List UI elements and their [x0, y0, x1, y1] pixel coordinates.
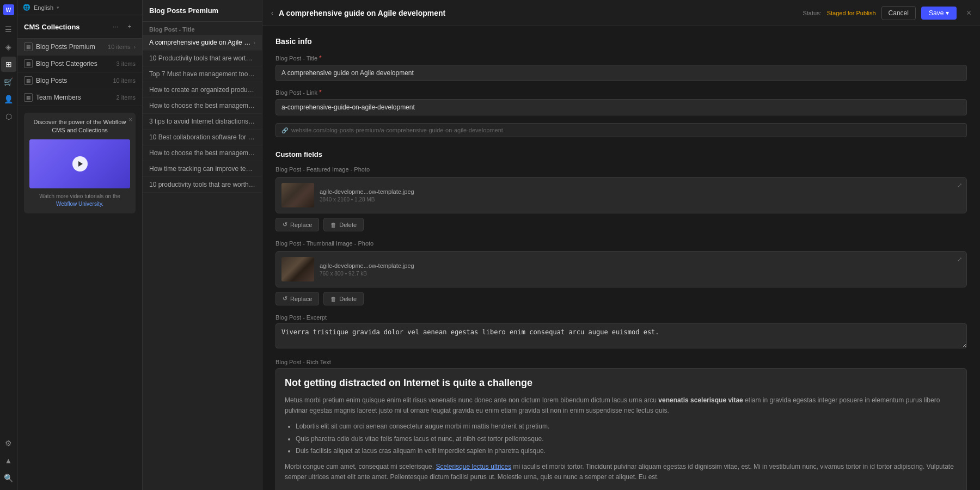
link-input[interactable]	[275, 99, 967, 115]
expand-icon[interactable]: ⤢	[957, 256, 962, 263]
post-item-2[interactable]: Top 7 Must have management tools f...	[143, 66, 262, 82]
collection-count: 2 items	[117, 94, 136, 101]
rich-list-item-1: Lobortis elit sit cum orci aenean consec…	[296, 421, 958, 432]
thumbnail-image-actions: ↺ Replace 🗑 Delete	[275, 292, 967, 305]
collection-item-categories[interactable]: ▦ Blog Post Categories 3 items	[17, 56, 142, 72]
post-item-4[interactable]: How to choose the best management...	[143, 98, 262, 114]
back-button[interactable]: ‹	[271, 9, 273, 17]
search-bottom-icon[interactable]: 🔍	[1, 470, 16, 486]
sidebar-header-actions: ··· +	[109, 21, 136, 33]
chevron-right-icon: ›	[134, 44, 136, 50]
chevron-down-icon: ▾	[57, 5, 59, 10]
language-label: English	[34, 4, 53, 11]
post-item-title: How time tracking can improve team ...	[149, 165, 255, 173]
middle-panel: Blog Posts Premium Blog Post - Title A c…	[143, 0, 262, 490]
page-title: A comprehensive guide on Agile developme…	[279, 9, 803, 17]
post-item-title: A comprehensive guide on Agile deve...	[149, 39, 254, 46]
middle-section-label: Blog Post - Title	[143, 22, 262, 35]
link-icon: 🔗	[281, 127, 288, 133]
members-icon[interactable]: 👤	[1, 91, 16, 107]
post-item-title: 3 tips to avoid Internet distractions at…	[149, 118, 255, 125]
sidebar-more-button[interactable]: ···	[109, 21, 121, 33]
excerpt-label: Blog Post - Excerpt	[275, 314, 967, 321]
cms-icon[interactable]: ⊞	[1, 57, 16, 72]
post-item-8[interactable]: How time tracking can improve team ...	[143, 161, 262, 177]
featured-image-label: Blog Post - Featured Image - Photo	[275, 166, 967, 173]
post-item-1[interactable]: 10 Productivity tools that are worth c..…	[143, 51, 262, 66]
post-item-5[interactable]: 3 tips to avoid Internet distractions at…	[143, 114, 262, 130]
featured-image-name: agile-developme...ow-template.jpeg	[320, 188, 961, 195]
save-button[interactable]: Save ▾	[921, 7, 957, 20]
post-item-3[interactable]: How to create an organized productiv...	[143, 82, 262, 98]
title-input[interactable]	[275, 65, 967, 81]
featured-image-actions: ↺ Replace 🗑 Delete	[275, 218, 967, 231]
webflow-logo: W	[3, 4, 14, 15]
post-item-0[interactable]: A comprehensive guide on Agile deve... ›	[143, 35, 262, 51]
post-list: A comprehensive guide on Agile deve... ›…	[143, 35, 262, 193]
thumbnail-image-name: agile-developme...ow-template.jpeg	[320, 262, 961, 269]
status-label: Status:	[803, 10, 821, 16]
trash-icon: 🗑	[330, 296, 336, 302]
pages-icon[interactable]: ☰	[1, 22, 16, 37]
post-item-title: How to choose the best management...	[149, 102, 255, 109]
rich-list-item-3: Duis facilisis aliquet at lacus cras ali…	[296, 446, 958, 456]
sidebar-title: CMS Collections	[24, 23, 80, 31]
collection-icon: ▦	[24, 76, 33, 85]
collection-item-blog-posts[interactable]: ▦ Blog Posts 10 items	[17, 72, 142, 89]
rich-text-area[interactable]: Not getting distracted on Internet is qu…	[275, 368, 967, 490]
excerpt-input[interactable]	[275, 323, 967, 348]
settings-icon[interactable]: ⚙	[1, 436, 16, 451]
rich-p1-before: Metus morbi pretium enim quisque enim el…	[285, 396, 657, 404]
title-field-label: Blog Post - Title *	[275, 54, 967, 62]
featured-delete-button[interactable]: 🗑 Delete	[323, 218, 364, 231]
post-item-title: How to choose the best management...	[149, 149, 255, 157]
apps-icon[interactable]: ⬡	[1, 109, 16, 124]
rich-list: Lobortis elit sit cum orci aenean consec…	[285, 421, 958, 456]
promo-link[interactable]: Webflow University.	[56, 201, 103, 207]
thumbnail-delete-button[interactable]: 🗑 Delete	[323, 292, 364, 305]
cancel-button[interactable]: Cancel	[881, 6, 916, 20]
collection-name: Team Members	[36, 94, 113, 101]
expand-icon[interactable]: ⤢	[957, 182, 962, 189]
thumbnail-image-label: Blog Post - Thumbnail Image - Photo	[275, 240, 967, 247]
sidebar-add-button[interactable]: +	[124, 21, 136, 33]
middle-panel-title: Blog Posts Premium	[149, 7, 218, 15]
thumbnail-replace-button[interactable]: ↺ Replace	[275, 292, 319, 305]
collection-icon: ▦	[24, 59, 33, 68]
promo-video[interactable]	[29, 139, 130, 188]
middle-header: Blog Posts Premium	[143, 0, 262, 22]
promo-title: Discover the power of the Webflow CMS an…	[29, 118, 130, 135]
ecom-icon[interactable]: 🛒	[1, 74, 16, 89]
post-item-title: Top 7 Must have management tools f...	[149, 70, 255, 78]
main-body: Basic info Blog Post - Title * Blog Post…	[262, 26, 980, 490]
post-item-9[interactable]: 10 productivity tools that are worth c..…	[143, 177, 262, 193]
thumbnail-image-info: agile-developme...ow-template.jpeg 760 x…	[320, 262, 961, 277]
featured-image-preview	[281, 183, 314, 207]
thumbnail-image-preview	[281, 257, 314, 281]
rich-heading-2: Not getting distracted on Internet is qu…	[285, 377, 958, 389]
status-area: Status: Staged for Publish Cancel Save ▾…	[803, 6, 971, 20]
thumbnail-image-thumb	[281, 257, 314, 281]
rich-list-item-2: Quis pharetra odio duis vitae felis fame…	[296, 434, 958, 444]
post-item-7[interactable]: How to choose the best management...	[143, 145, 262, 161]
collection-item-team-members[interactable]: ▦ Team Members 2 items	[17, 89, 142, 106]
post-item-title: 10 productivity tools that are worth c..…	[149, 181, 255, 188]
collection-count: 10 items	[113, 77, 136, 84]
rich-p2-link[interactable]: Scelerisque lectus ultrices	[436, 463, 511, 470]
assets-icon[interactable]: ◈	[1, 39, 16, 54]
thumbnail-image-meta: 760 x 800 • 92.7 kB	[320, 271, 961, 277]
promo-play-button[interactable]	[72, 156, 88, 171]
promo-desc: Watch more video tutorials on the Webflo…	[29, 193, 130, 208]
collection-name: Blog Post Categories	[36, 60, 113, 68]
replace-icon: ↺	[283, 295, 287, 302]
sidebar-header: CMS Collections ··· +	[17, 15, 142, 39]
collection-icon: ▦	[24, 42, 33, 51]
required-indicator: *	[319, 54, 322, 62]
featured-replace-button[interactable]: ↺ Replace	[275, 218, 319, 231]
post-item-title: 10 Productivity tools that are worth c..…	[149, 54, 255, 62]
publish-icon[interactable]: ▲	[1, 453, 16, 468]
promo-close-button[interactable]: ×	[128, 116, 132, 124]
collection-item-blog-posts-premium[interactable]: ▦ Blog Posts Premium 10 items ›	[17, 39, 142, 56]
close-icon[interactable]: ×	[966, 8, 971, 18]
post-item-6[interactable]: 10 Best collaboration software for you..…	[143, 130, 262, 145]
